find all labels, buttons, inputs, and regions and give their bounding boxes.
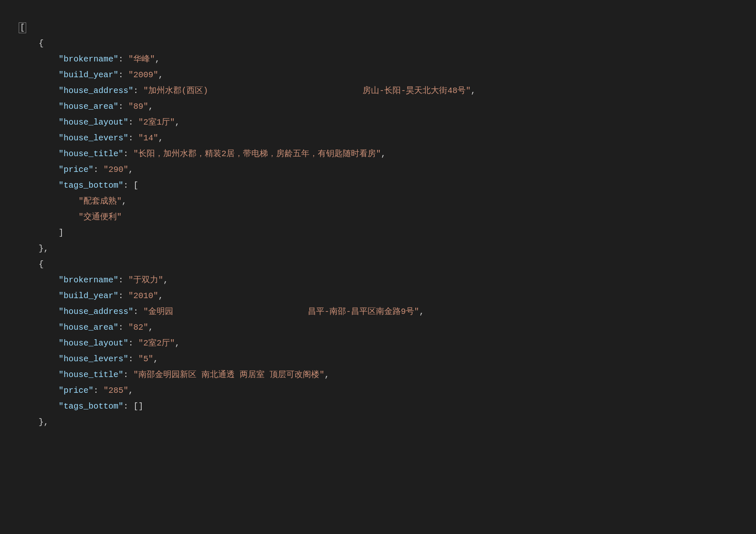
json-string: "82" [128, 323, 148, 332]
array-open-bracket: [ [20, 23, 25, 32]
json-key: "house_area" [59, 102, 118, 111]
json-string: "南邵金明园新区 南北通透 两居室 顶层可改阁楼" [133, 370, 324, 380]
json-string: "配套成熟" [79, 196, 122, 206]
json-string: "华峰" [128, 54, 155, 64]
json-key: "house_levers" [59, 354, 128, 364]
array-open-bracket: [ [133, 181, 138, 190]
json-key: "price" [59, 165, 93, 174]
json-string: "2010" [128, 291, 158, 301]
json-string: "5" [138, 354, 153, 364]
json-key: "brokername" [59, 275, 118, 285]
json-key: "house_layout" [59, 338, 128, 348]
json-string: "加州水郡(西区) 房山-长阳-昊天北大街48号" [143, 86, 471, 96]
empty-array: [] [133, 402, 143, 411]
json-string: "2室2厅" [138, 338, 175, 348]
json-key: "build_year" [59, 291, 118, 301]
json-string: "2室1厅" [138, 118, 175, 127]
json-key: "build_year" [59, 70, 118, 80]
json-key: "house_address" [59, 86, 133, 96]
object-open-brace: { [39, 260, 44, 269]
json-key: "house_address" [59, 307, 133, 316]
json-key: "house_levers" [59, 133, 128, 143]
json-string: "2009" [128, 70, 158, 80]
json-key: "price" [59, 386, 93, 395]
json-key: "tags_bottom" [59, 402, 123, 411]
object-close-brace: }, [39, 417, 49, 427]
json-string: "于双力" [128, 275, 163, 285]
json-key: "house_area" [59, 323, 118, 332]
json-key: "brokername" [59, 54, 118, 64]
json-key: "house_layout" [59, 118, 128, 127]
json-string: "14" [138, 133, 158, 143]
code-editor[interactable]: [ { "brokername": "华峰", "build_year": "2… [0, 0, 756, 438]
json-key: "tags_bottom" [59, 181, 123, 190]
json-key: "house_title" [59, 149, 123, 159]
json-key: "house_title" [59, 370, 123, 380]
object-open-brace: { [39, 39, 44, 48]
object-close-brace: }, [39, 244, 49, 253]
json-string: "290" [103, 165, 128, 174]
array-close-bracket: ] [59, 228, 64, 238]
json-string: "285" [103, 386, 128, 395]
cursor: [ [19, 22, 26, 33]
json-string: "交通便利" [79, 212, 122, 222]
json-string: "89" [128, 102, 148, 111]
json-string: "长阳，加州水郡，精装2居，带电梯，房龄五年，有钥匙随时看房" [133, 149, 381, 159]
json-string: "金明园 昌平-南邵-昌平区南金路9号" [143, 307, 419, 316]
